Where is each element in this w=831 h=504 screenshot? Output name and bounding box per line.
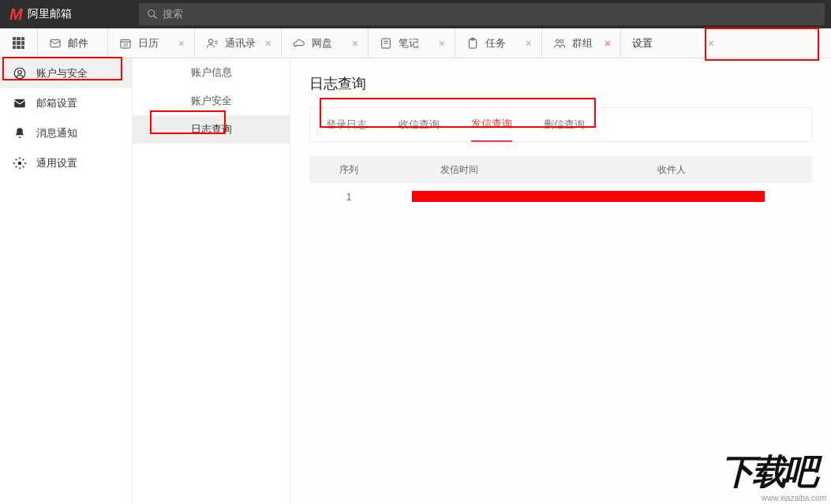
sub-item-account-security[interactable]: 账户安全 [133,87,290,115]
sub-label: 账户安全 [191,94,232,108]
svg-point-19 [18,162,22,166]
sub-sidebar: 账户信息 账户安全 日志查询 [133,58,290,504]
col-time: 发信时间 [388,163,530,177]
search-input[interactable]: 搜索 [139,3,825,25]
tab-label: 群组 [572,36,593,50]
tab-label: 日历 [138,36,159,50]
content-pane: 日志查询 登录日志 收信查询 发信查询 删信查询 序列 发信时间 收件人 1 [290,58,831,504]
bell-icon [13,126,27,140]
table-row[interactable]: 1 [309,183,812,211]
svg-rect-2 [51,39,60,47]
calendar-icon: 25 [119,37,132,50]
page-title: 日志查询 [309,74,812,93]
tab-label: 任务 [485,36,506,50]
sidebar-item-notifications[interactable]: 消息通知 [0,118,132,148]
apps-button[interactable] [0,28,38,58]
sub-label: 账户信息 [191,65,232,80]
cell-seq: 1 [309,192,388,203]
table-header: 序列 发信时间 收件人 [309,156,812,183]
sidebar-label: 邮箱设置 [36,96,77,110]
qtab-label: 登录日志 [326,118,367,132]
qtab-login-log[interactable]: 登录日志 [326,107,367,142]
tab-contacts[interactable]: 通讯录 × [195,28,282,58]
watermark-text: 下载吧 [721,452,815,491]
tab-label: 设置 [632,36,653,50]
group-icon [553,37,566,50]
user-shield-icon [13,66,27,80]
close-icon[interactable]: × [175,37,188,50]
tab-notes[interactable]: 笔记 × [369,28,455,58]
tab-mail[interactable]: 邮件 [38,28,108,58]
svg-point-6 [208,39,212,43]
close-icon[interactable]: × [601,37,614,50]
sidebar-label: 通用设置 [36,156,77,170]
close-icon[interactable]: × [705,37,717,50]
sidebar-item-mail-settings[interactable]: 邮箱设置 [0,88,132,118]
tab-tasks[interactable]: 任务 × [455,28,542,58]
close-icon[interactable]: × [436,37,448,50]
tab-bar: 邮件 25 日历 × 通讯录 × 网盘 × 笔记 × 任务 × 群组 × 设置 … [0,28,831,58]
search-icon [147,9,158,20]
redacted-bar [412,191,765,202]
tab-mail-label: 邮件 [68,36,88,50]
close-icon[interactable]: × [522,37,535,50]
gear-icon [13,156,27,170]
tab-label: 网盘 [312,36,332,50]
tab-label: 笔记 [399,36,419,50]
sidebar-label: 账户与安全 [36,66,88,80]
apps-icon [13,37,25,50]
qtab-label: 收信查询 [399,118,440,132]
qtab-send-query[interactable]: 发信查询 [471,107,512,142]
qtab-label: 删信查询 [544,118,585,132]
search-placeholder: 搜索 [163,7,183,21]
envelope-icon [13,96,27,110]
close-icon[interactable]: × [349,37,361,50]
settings-sidebar: 账户与安全 邮箱设置 消息通知 通用设置 [0,58,133,504]
brand-text: 阿里邮箱 [28,7,72,21]
svg-rect-18 [14,99,25,108]
svg-text:25: 25 [123,43,128,47]
svg-point-14 [556,39,559,43]
notes-icon [380,37,392,50]
col-recipient: 收件人 [530,163,812,177]
qtab-delete-query[interactable]: 删信查询 [544,107,585,142]
tab-group[interactable]: 群组 × [542,28,621,58]
query-tabs: 登录日志 收信查询 发信查询 删信查询 [309,107,812,142]
log-table: 序列 发信时间 收件人 1 [309,156,812,211]
qtab-receive-query[interactable]: 收信查询 [399,107,440,142]
sub-label: 日志查询 [191,122,232,136]
contacts-icon [206,37,219,50]
svg-point-17 [18,70,22,74]
envelope-icon [49,37,62,50]
cloud-icon [293,37,305,50]
svg-point-0 [148,10,155,17]
sidebar-label: 消息通知 [36,126,77,140]
qtab-label: 发信查询 [471,117,512,131]
sub-item-account-info[interactable]: 账户信息 [133,58,290,87]
tab-cloud[interactable]: 网盘 × [282,28,369,58]
brand-logo: M 阿里邮箱 [0,0,133,28]
tab-label: 通讯录 [225,36,256,50]
sidebar-item-general[interactable]: 通用设置 [0,148,132,178]
watermark-url: www.xiazaiba.com [762,494,826,502]
svg-point-15 [560,39,563,43]
col-seq: 序列 [309,163,388,177]
tasks-icon [466,37,479,50]
main-area: 账户与安全 邮箱设置 消息通知 通用设置 账户信息 账户安全 日志查询 日志查询… [0,58,831,504]
svg-line-1 [154,16,157,19]
watermark-logo: 下载吧 [721,449,831,496]
app-header: M 阿里邮箱 搜索 [0,0,831,28]
sub-item-log-query[interactable]: 日志查询 [133,115,290,144]
tab-settings[interactable]: 设置 × [621,28,724,58]
close-icon[interactable]: × [262,37,275,50]
sidebar-item-account-security[interactable]: 账户与安全 [0,58,132,88]
tab-calendar[interactable]: 25 日历 × [108,28,195,58]
logo-icon: M [9,6,23,24]
